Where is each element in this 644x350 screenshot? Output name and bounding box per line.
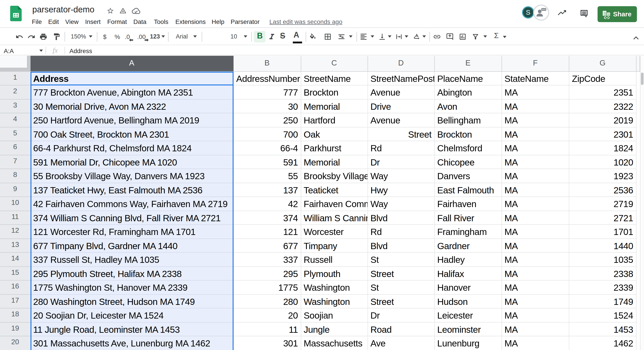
svg-text:S: S: [526, 9, 530, 16]
